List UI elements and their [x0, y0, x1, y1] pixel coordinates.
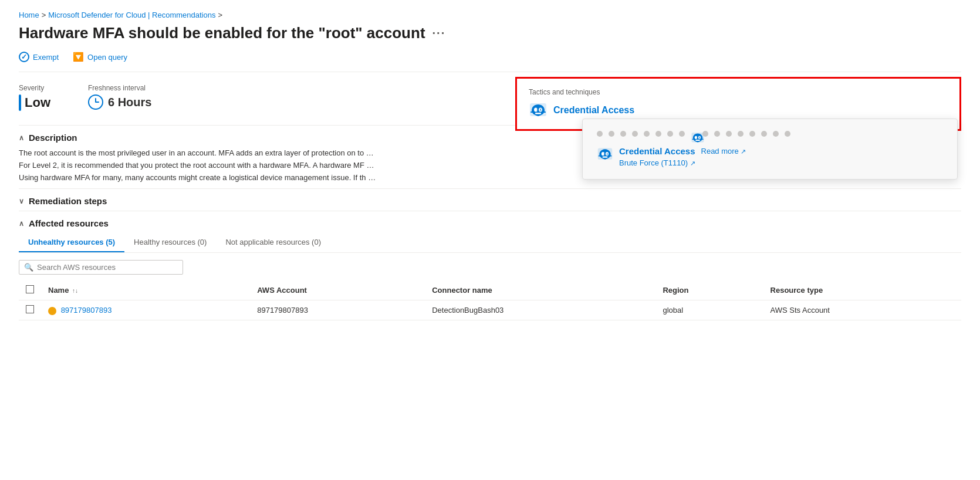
page-container: Home > Microsoft Defender for Cloud | Re…: [0, 0, 980, 480]
svg-text:X: X: [606, 153, 608, 156]
select-all-header: [19, 280, 41, 300]
select-all-checkbox[interactable]: [26, 285, 34, 293]
tooltip-body: X X Credential Access Read more ↗: [597, 146, 943, 167]
col-resource-type: Resource type: [763, 280, 961, 300]
open-query-label: Open query: [87, 53, 127, 62]
table-header-row: Name ↑↓ AWS Account Connector name Regio…: [19, 280, 961, 300]
row-checkbox[interactable]: [26, 305, 34, 313]
breadcrumb-sep1: >: [42, 11, 46, 19]
tooltip-technique: Brute Force (T1110) ↗: [619, 158, 746, 167]
search-input[interactable]: [37, 263, 166, 272]
tab-healthy[interactable]: Healthy resources (0): [124, 233, 216, 252]
dot-13: [749, 131, 755, 137]
svg-rect-19: [603, 157, 608, 158]
dot-8: [679, 131, 685, 137]
tactics-panel: Tactics and techniques X X: [515, 77, 961, 131]
affected-chevron: ∧: [19, 219, 24, 228]
info-row: Severity Low Freshness interval 6 Hours …: [19, 77, 961, 111]
tooltip-read-more[interactable]: Read more ↗: [701, 147, 746, 156]
table-row: 897179807893 897179807893 DetectionBugBa…: [19, 300, 961, 320]
tactics-item: X X Credential Access: [529, 101, 948, 120]
svg-rect-11: [695, 140, 700, 141]
page-title: Hardware MFA should be enabled for the "…: [19, 24, 425, 42]
dot-active: X X: [691, 131, 697, 137]
resources-table: Name ↑↓ AWS Account Connector name Regio…: [19, 280, 961, 320]
remediation-header[interactable]: ∨ Remediation steps: [19, 196, 961, 206]
search-box[interactable]: 🔍: [19, 260, 183, 275]
tooltip-details: Credential Access Read more ↗ Brute Forc…: [619, 146, 746, 167]
tab-unhealthy[interactable]: Unhealthy resources (5): [19, 233, 124, 252]
breadcrumb-defender[interactable]: Microsoft Defender for Cloud | Recommend…: [48, 11, 215, 19]
exempt-button[interactable]: ✓ Exempt: [19, 52, 59, 62]
col-aws-account: AWS Account: [250, 280, 425, 300]
dot-14: [761, 131, 767, 137]
svg-rect-13: [701, 139, 704, 140]
desc-line3: Using hardware MFA for many, many accoun…: [19, 173, 366, 182]
col-name: Name ↑↓: [41, 280, 250, 300]
dot-2: [609, 131, 614, 137]
desc-ellipsis1: …: [366, 148, 374, 157]
breadcrumb-home[interactable]: Home: [19, 11, 39, 19]
svg-rect-3: [535, 113, 541, 114]
breadcrumb: Home > Microsoft Defender for Cloud | Re…: [19, 11, 961, 19]
severity-value: Low: [19, 94, 50, 111]
severity-block: Severity Low: [19, 84, 50, 111]
technique-external-icon: ↗: [690, 160, 695, 167]
remediation-heading: Remediation steps: [29, 196, 107, 206]
dot-16: [785, 131, 790, 137]
col-region: Region: [655, 280, 763, 300]
funnel-icon: 🔽: [73, 52, 84, 62]
row-name: 897179807893: [41, 300, 250, 320]
svg-rect-20: [599, 156, 601, 157]
external-link-icon: ↗: [741, 148, 746, 155]
clock-icon: [88, 94, 103, 110]
exempt-label: Exempt: [33, 53, 59, 62]
row-resource-type: AWS Sts Account: [763, 300, 961, 320]
desc-divider: [19, 188, 961, 189]
dot-10: [714, 131, 720, 137]
severity-label: Severity: [19, 84, 50, 92]
more-options-icon[interactable]: ···: [432, 26, 446, 40]
dot-12: [738, 131, 744, 137]
col-connector: Connector name: [425, 280, 655, 300]
tactics-tooltip-popup: X X: [582, 119, 958, 180]
page-title-row: Hardware MFA should be enabled for the "…: [19, 24, 961, 42]
severity-bar: [19, 94, 21, 111]
desc-ellipsis3: …: [368, 173, 376, 182]
dot-4: [632, 131, 638, 137]
exempt-icon: ✓: [19, 52, 29, 62]
tooltip-cred-name: Credential Access: [619, 146, 695, 156]
dot-15: [773, 131, 779, 137]
tooltip-mask-icon: X X: [597, 146, 613, 163]
open-query-button[interactable]: 🔽 Open query: [73, 52, 127, 62]
dot-3: [620, 131, 626, 137]
dot-7: [667, 131, 673, 137]
freshness-block: Freshness interval 6 Hours: [88, 84, 151, 110]
dot-11: [726, 131, 732, 137]
freshness-value: 6 Hours: [88, 94, 151, 110]
row-region: global: [655, 300, 763, 320]
timeline-row: X X: [597, 131, 943, 137]
description-chevron: ∧: [19, 134, 24, 142]
desc-line1: The root account is the most privileged …: [19, 148, 364, 157]
svg-rect-4: [530, 111, 533, 113]
svg-text:X: X: [604, 153, 606, 156]
resources-tabs: Unhealthy resources (5) Healthy resource…: [19, 233, 961, 253]
affected-resources-header[interactable]: ∧ Affected resources: [19, 218, 961, 228]
freshness-text: 6 Hours: [108, 96, 151, 109]
desc-ellipsis2: …: [367, 161, 374, 170]
tab-not-applicable[interactable]: Not applicable resources (0): [216, 233, 330, 252]
name-sort-icon[interactable]: ↑↓: [72, 288, 78, 294]
technique-link[interactable]: Brute Force (T1110) ↗: [619, 158, 695, 167]
resource-name-link[interactable]: 897179807893: [61, 306, 112, 315]
tactics-name[interactable]: Credential Access: [553, 105, 634, 116]
credential-access-icon: X X: [529, 101, 548, 120]
svg-rect-12: [692, 139, 694, 140]
remediation-chevron: ∨: [19, 197, 24, 205]
breadcrumb-sep2: >: [218, 11, 222, 19]
resource-status-dot: [48, 307, 56, 315]
row-connector: DetectionBugBash03: [425, 300, 655, 320]
toolbar-divider: [19, 72, 961, 72]
freshness-label: Freshness interval: [88, 84, 151, 92]
description-text: The root account is the most privileged …: [19, 147, 430, 184]
